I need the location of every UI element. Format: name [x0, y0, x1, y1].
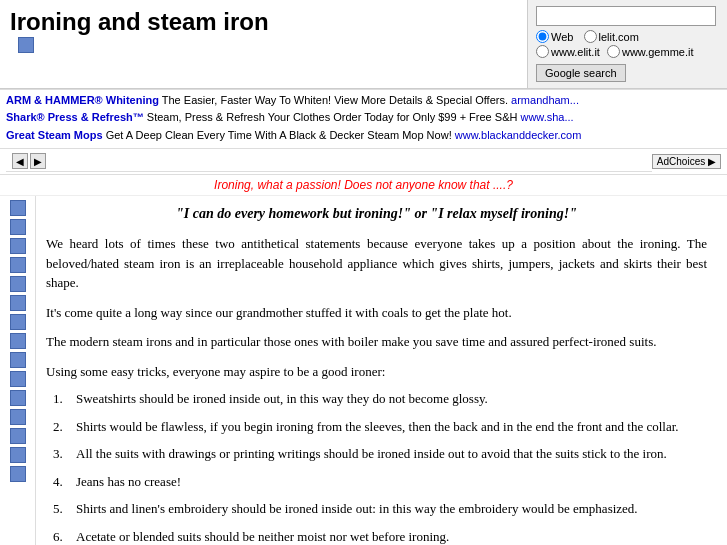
radio-gemme[interactable] — [607, 45, 620, 58]
nav-arrows: ◀ ▶ — [6, 151, 652, 172]
list-item: Shirts would be flawless, if you begin i… — [66, 417, 707, 437]
main-layout: "I can do every homework but ironing!" o… — [0, 196, 727, 545]
article-para-2: It's come quite a long way since our gra… — [46, 303, 707, 323]
content-area: "I can do every homework but ironing!" o… — [36, 196, 727, 545]
ad-2-desc: Steam, Press & Refresh Your Clothes Orde… — [147, 111, 521, 123]
radio-elit-label: www.elit.it — [551, 46, 600, 58]
title-area: Ironing and steam iron — [0, 0, 527, 61]
notice-bar: Ironing, what a passion! Does not anyone… — [0, 175, 727, 196]
nav-forward-button[interactable]: ▶ — [30, 153, 46, 169]
ad-3-title[interactable]: Great Steam Mops — [6, 129, 103, 141]
adchoices-bar: ◀ ▶ AdChoices ▶ — [0, 149, 727, 175]
sidebar-icon-4[interactable] — [10, 257, 26, 273]
tips-list: Sweatshirts should be ironed inside out,… — [66, 389, 707, 545]
ads-container: ARM & HAMMER® Whitening The Easier, Fast… — [0, 89, 727, 149]
sidebar-icon-6[interactable] — [10, 295, 26, 311]
sidebar-icon-9[interactable] — [10, 352, 26, 368]
article-para-1: We heard lots of times these two antithe… — [46, 234, 707, 293]
sidebar-icon-5[interactable] — [10, 276, 26, 292]
ad-1-desc: The Easier, Faster Way To Whiten! View M… — [162, 94, 511, 106]
list-item: Shirts and linen's embroidery should be … — [66, 499, 707, 519]
search-input[interactable] — [536, 6, 716, 26]
search-widget: Web lelit.com www.elit.it www.gemme.it G… — [527, 0, 727, 88]
article-subtitle: "I can do every homework but ironing!" o… — [46, 206, 707, 222]
page-title: Ironing and steam iron — [10, 8, 517, 36]
search-button[interactable]: Google search — [536, 64, 626, 82]
sidebar-icon-14[interactable] — [10, 447, 26, 463]
sidebar-icon-2[interactable] — [10, 219, 26, 235]
sidebar-icon-13[interactable] — [10, 428, 26, 444]
list-item: Sweatshirts should be ironed inside out,… — [66, 389, 707, 409]
sidebar-icon-1[interactable] — [10, 200, 26, 216]
article-para-4: Using some easy tricks, everyone may asp… — [46, 362, 707, 382]
radio-group: Web lelit.com www.elit.it www.gemme.it — [536, 30, 719, 58]
article-para-3: The modern steam irons and in particular… — [46, 332, 707, 352]
sidebar-icon-3[interactable] — [10, 238, 26, 254]
title-icon[interactable] — [18, 37, 34, 53]
list-item: All the suits with drawings or printing … — [66, 444, 707, 464]
sidebar-icon-12[interactable] — [10, 409, 26, 425]
left-sidebar — [0, 196, 36, 545]
sidebar-icon-10[interactable] — [10, 371, 26, 387]
nav-back-button[interactable]: ◀ — [12, 153, 28, 169]
ad-2-link[interactable]: www.sha... — [520, 111, 573, 123]
ad-3-desc: Get A Deep Clean Every Time With A Black… — [106, 129, 455, 141]
radio-gemme-label: www.gemme.it — [622, 46, 694, 58]
ad-2-title[interactable]: Shark® Press & Refresh™ — [6, 111, 144, 123]
ad-1-title[interactable]: ARM & HAMMER® Whitening — [6, 94, 159, 106]
sidebar-icon-15[interactable] — [10, 466, 26, 482]
radio-lelit-label: lelit.com — [599, 31, 639, 43]
sidebar-icon-11[interactable] — [10, 390, 26, 406]
radio-elit[interactable] — [536, 45, 549, 58]
top-bar: Ironing and steam iron Web lelit.com www… — [0, 0, 727, 89]
list-item: Acetate or blended suits should be neith… — [66, 527, 707, 545]
radio-web-label: Web — [551, 31, 573, 43]
list-item: Jeans has no crease! — [66, 472, 707, 492]
sidebar-icon-8[interactable] — [10, 333, 26, 349]
notice-text: Ironing, what a passion! Does not anyone… — [214, 178, 513, 192]
adchoices-button[interactable]: AdChoices ▶ — [652, 154, 721, 169]
radio-lelit[interactable] — [584, 30, 597, 43]
sidebar-icon-7[interactable] — [10, 314, 26, 330]
ad-3-link[interactable]: www.blackanddecker.com — [455, 129, 582, 141]
ad-1-link[interactable]: armandham... — [511, 94, 579, 106]
radio-web[interactable] — [536, 30, 549, 43]
